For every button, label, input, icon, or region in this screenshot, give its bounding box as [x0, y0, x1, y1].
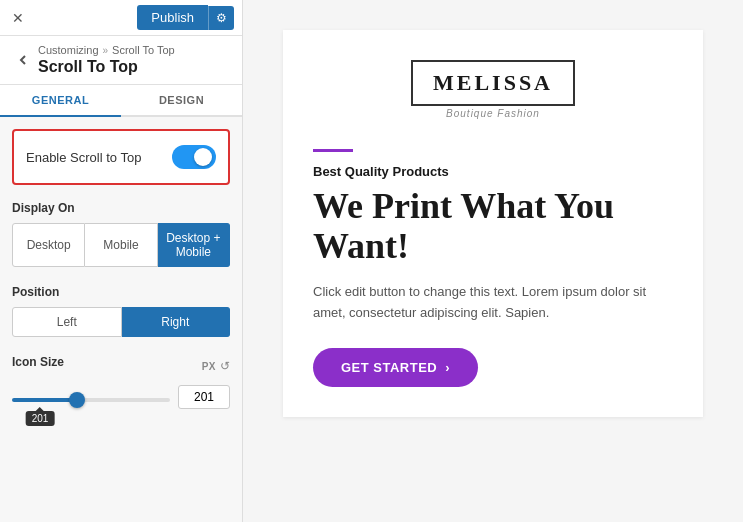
display-desktop-button[interactable]: Desktop	[12, 223, 85, 267]
preview-card: MELISSA Boutique Fashion Best Quality Pr…	[283, 30, 703, 417]
close-button[interactable]: ✕	[8, 8, 28, 28]
enable-scroll-section: Enable Scroll to Top	[12, 129, 230, 185]
logo-area: MELISSA Boutique Fashion	[313, 60, 673, 119]
breadcrumb-area: Customizing » Scroll To Top Scroll To To…	[0, 36, 242, 85]
position-section: Position Left Right	[12, 285, 230, 337]
icon-size-slider[interactable]	[12, 398, 170, 402]
logo-main: MELISSA	[433, 70, 553, 96]
back-button[interactable]	[12, 49, 34, 71]
publish-group: Publish ⚙	[137, 5, 234, 30]
tab-design[interactable]: DESIGN	[121, 85, 242, 117]
icon-size-label: Icon Size	[12, 355, 64, 369]
position-left-button[interactable]: Left	[12, 307, 122, 337]
breadcrumb-customizing: Customizing	[38, 44, 99, 56]
unit-badge: PX	[202, 361, 216, 372]
icon-size-header: Icon Size PX ↺	[12, 355, 230, 377]
left-panel: ✕ Publish ⚙ Customizing » Scroll To Top …	[0, 0, 243, 522]
accent-line	[313, 149, 353, 152]
position-right-button[interactable]: Right	[122, 307, 231, 337]
toggle-slider	[172, 145, 216, 169]
body-text: Click edit button to change this text. L…	[313, 282, 673, 324]
tabs-row: GENERAL DESIGN	[0, 85, 242, 117]
tab-general[interactable]: GENERAL	[0, 85, 121, 117]
breadcrumb-separator: »	[103, 45, 109, 56]
cta-label: GET STARTED	[341, 360, 437, 375]
cta-button[interactable]: GET STARTED ›	[313, 348, 478, 387]
icon-size-input[interactable]	[178, 385, 230, 409]
logo-sub: Boutique Fashion	[411, 108, 575, 119]
enable-label: Enable Scroll to Top	[26, 150, 141, 165]
display-mobile-button[interactable]: Mobile	[85, 223, 157, 267]
page-title: Scroll To Top	[38, 58, 175, 76]
display-on-label: Display On	[12, 201, 230, 215]
icon-size-section: Icon Size PX ↺ 201	[12, 355, 230, 409]
right-preview: MELISSA Boutique Fashion Best Quality Pr…	[243, 0, 743, 522]
top-bar: ✕ Publish ⚙	[0, 0, 242, 36]
top-bar-left: ✕	[8, 8, 28, 28]
breadcrumb-section: Scroll To Top	[112, 44, 175, 56]
enable-toggle[interactable]	[172, 145, 216, 169]
best-quality-text: Best Quality Products	[313, 164, 673, 179]
slider-tooltip: 201	[26, 411, 55, 426]
display-desktop-mobile-button[interactable]: Desktop + Mobile	[158, 223, 230, 267]
publish-button[interactable]: Publish	[137, 5, 208, 30]
display-on-section: Display On Desktop Mobile Desktop + Mobi…	[12, 201, 230, 267]
logo-box: MELISSA	[411, 60, 575, 106]
icon-size-right: PX ↺	[202, 359, 230, 373]
position-label: Position	[12, 285, 230, 299]
slider-container: 201	[12, 388, 170, 406]
publish-settings-button[interactable]: ⚙	[208, 6, 234, 30]
breadcrumb: Customizing » Scroll To Top	[38, 44, 175, 56]
slider-row: 201	[12, 385, 230, 409]
headline-text: We Print What You Want!	[313, 187, 673, 266]
refresh-icon[interactable]: ↺	[220, 359, 230, 373]
cta-arrow-icon: ›	[445, 360, 450, 375]
panel-content: Enable Scroll to Top Display On Desktop …	[0, 117, 242, 522]
display-on-group: Desktop Mobile Desktop + Mobile	[12, 223, 230, 267]
position-group: Left Right	[12, 307, 230, 337]
